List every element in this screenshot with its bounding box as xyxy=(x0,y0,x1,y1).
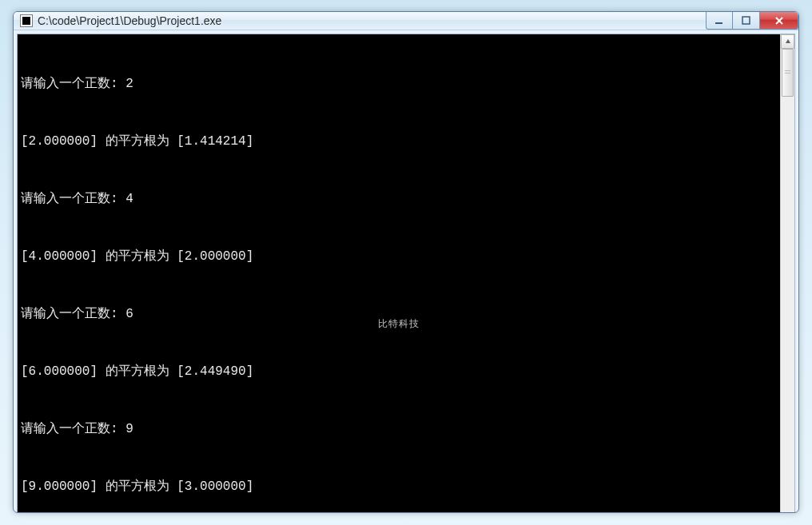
scroll-thumb[interactable] xyxy=(782,49,794,97)
maximize-button[interactable] xyxy=(733,12,760,30)
scroll-track[interactable] xyxy=(781,49,794,513)
console-line: [4.000000] 的平方根为 [2.000000] xyxy=(21,247,777,266)
console-line: [6.000000] 的平方根为 [2.449490] xyxy=(21,362,777,381)
console-line: 请输入一个正数: 4 xyxy=(21,189,777,209)
titlebar[interactable]: C:\code\Project1\Debug\Project1.exe xyxy=(14,12,798,30)
svg-rect-0 xyxy=(715,22,722,24)
window-title: C:\code\Project1\Debug\Project1.exe xyxy=(38,14,706,27)
minimize-icon xyxy=(714,16,724,26)
console-line: [2.000000] 的平方根为 [1.414214] xyxy=(21,132,777,151)
client-area: 请输入一个正数: 2 [2.000000] 的平方根为 [1.414214] 请… xyxy=(17,34,795,513)
console-output[interactable]: 请输入一个正数: 2 [2.000000] 的平方根为 [1.414214] 请… xyxy=(18,34,780,513)
window-controls xyxy=(706,12,798,30)
app-window: C:\code\Project1\Debug\Project1.exe 请输入一… xyxy=(13,11,799,513)
svg-rect-1 xyxy=(742,17,750,24)
minimize-button[interactable] xyxy=(706,12,733,30)
close-icon xyxy=(774,16,785,26)
console-line: 请输入一个正数: 2 xyxy=(21,74,777,93)
maximize-icon xyxy=(742,16,751,26)
chevron-up-icon xyxy=(785,38,791,45)
app-icon xyxy=(20,14,33,27)
vertical-scrollbar[interactable] xyxy=(780,34,794,513)
console-line: 请输入一个正数: 9 xyxy=(21,420,777,439)
svg-marker-4 xyxy=(786,39,790,43)
console-line: [9.000000] 的平方根为 [3.000000] xyxy=(21,477,777,496)
scroll-up-button[interactable] xyxy=(781,34,794,49)
close-button[interactable] xyxy=(760,12,798,30)
console-line: 请输入一个正数: 6 xyxy=(21,304,777,324)
